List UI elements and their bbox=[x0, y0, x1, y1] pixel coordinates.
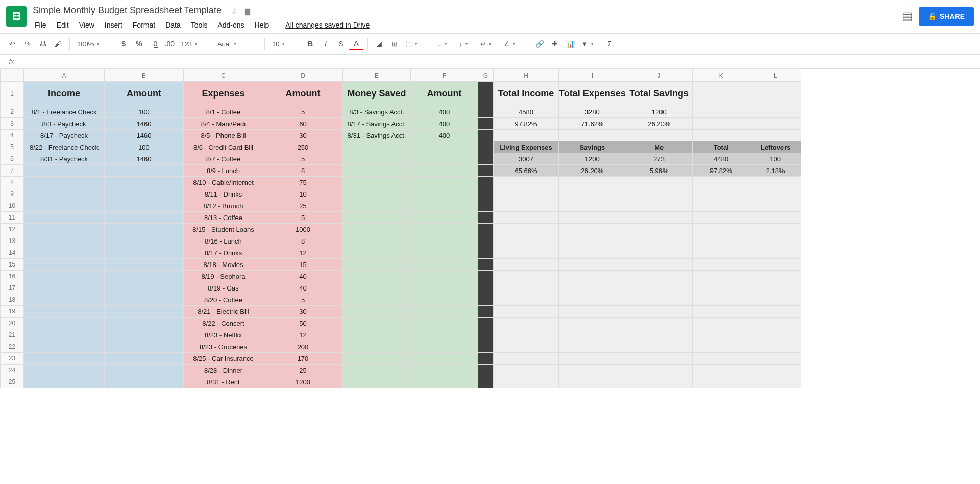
cell-G10[interactable] bbox=[478, 200, 494, 212]
cell-K6[interactable]: 4480 bbox=[692, 153, 750, 165]
cell-L12[interactable] bbox=[750, 224, 801, 235]
cell-B17[interactable] bbox=[105, 282, 184, 294]
cell-K11[interactable] bbox=[692, 212, 750, 224]
cell-L17[interactable] bbox=[750, 282, 801, 294]
row-header-17[interactable]: 17 bbox=[1, 282, 24, 294]
cell-I21[interactable] bbox=[559, 329, 626, 341]
cell-H18[interactable] bbox=[494, 294, 559, 306]
cell-C6[interactable]: 8/7 - Coffee bbox=[184, 153, 263, 165]
cell-I3[interactable]: 71.62% bbox=[559, 118, 626, 130]
cell-L14[interactable] bbox=[750, 247, 801, 259]
cell-G13[interactable] bbox=[478, 235, 494, 247]
cell-E8[interactable] bbox=[343, 177, 411, 188]
cell-E18[interactable] bbox=[343, 294, 411, 306]
cell-F8[interactable] bbox=[411, 177, 478, 188]
cell-A24[interactable] bbox=[24, 365, 105, 376]
col-header-A[interactable]: A bbox=[24, 69, 105, 82]
cell-J15[interactable] bbox=[626, 259, 692, 271]
cell-K24[interactable] bbox=[692, 365, 750, 376]
cell-F1[interactable]: Amount bbox=[411, 82, 478, 106]
cell-F18[interactable] bbox=[411, 294, 478, 306]
cell-G14[interactable] bbox=[478, 247, 494, 259]
cell-A21[interactable] bbox=[24, 329, 105, 341]
cell-J21[interactable] bbox=[626, 329, 692, 341]
cell-L19[interactable] bbox=[750, 306, 801, 318]
cell-G12[interactable] bbox=[478, 224, 494, 235]
cell-F5[interactable] bbox=[411, 141, 478, 153]
text-color-button[interactable]: A bbox=[349, 38, 363, 50]
cell-F25[interactable] bbox=[411, 376, 478, 388]
col-header-D[interactable]: D bbox=[263, 69, 343, 82]
cell-A7[interactable] bbox=[24, 165, 105, 177]
row-header-3[interactable]: 3 bbox=[1, 118, 24, 130]
strike-button[interactable]: S bbox=[334, 37, 348, 51]
cell-C8[interactable]: 8/10 - Cable/Internet bbox=[184, 177, 263, 188]
cell-B6[interactable]: 1460 bbox=[105, 153, 184, 165]
cell-J11[interactable] bbox=[626, 212, 692, 224]
cell-C23[interactable]: 8/25 - Car Insurance bbox=[184, 353, 263, 365]
cell-C25[interactable]: 8/31 - Rent bbox=[184, 376, 263, 388]
cell-A3[interactable]: 8/3 - Paycheck bbox=[24, 118, 105, 130]
cell-K14[interactable] bbox=[692, 247, 750, 259]
row-header-8[interactable]: 8 bbox=[1, 177, 24, 188]
cell-D21[interactable]: 12 bbox=[263, 329, 343, 341]
row-header-11[interactable]: 11 bbox=[1, 212, 24, 224]
row-header-9[interactable]: 9 bbox=[1, 188, 24, 200]
row-header-2[interactable]: 2 bbox=[1, 106, 24, 118]
cell-A2[interactable]: 8/1 - Freelance Check bbox=[24, 106, 105, 118]
cell-B11[interactable] bbox=[105, 212, 184, 224]
cell-J12[interactable] bbox=[626, 224, 692, 235]
cell-F15[interactable] bbox=[411, 259, 478, 271]
row-header-18[interactable]: 18 bbox=[1, 294, 24, 306]
cell-I2[interactable]: 3280 bbox=[559, 106, 626, 118]
font-size-select[interactable]: 10 bbox=[269, 37, 295, 51]
cell-I25[interactable] bbox=[559, 376, 626, 388]
cell-G23[interactable] bbox=[478, 353, 494, 365]
cell-B10[interactable] bbox=[105, 200, 184, 212]
decrease-decimal-button[interactable]: .0̲ bbox=[147, 37, 161, 51]
cell-C21[interactable]: 8/23 - Netflix bbox=[184, 329, 263, 341]
menu-add-ons[interactable]: Add-ons bbox=[213, 19, 248, 31]
menu-format[interactable]: Format bbox=[129, 19, 159, 31]
cell-K21[interactable] bbox=[692, 329, 750, 341]
cell-B1[interactable]: Amount bbox=[105, 82, 184, 106]
col-header-I[interactable]: I bbox=[559, 69, 626, 82]
cell-E1[interactable]: Money Saved bbox=[343, 82, 411, 106]
col-header-E[interactable]: E bbox=[343, 69, 411, 82]
menu-view[interactable]: View bbox=[75, 19, 99, 31]
cell-D2[interactable]: 5 bbox=[263, 106, 343, 118]
cell-G25[interactable] bbox=[478, 376, 494, 388]
cell-L23[interactable] bbox=[750, 353, 801, 365]
borders-button[interactable]: ⊞ bbox=[387, 37, 402, 51]
cell-I17[interactable] bbox=[559, 282, 626, 294]
rotate-button[interactable]: ∠ bbox=[501, 37, 524, 51]
cell-G22[interactable] bbox=[478, 341, 494, 353]
cell-E14[interactable] bbox=[343, 247, 411, 259]
cell-E11[interactable] bbox=[343, 212, 411, 224]
cell-G9[interactable] bbox=[478, 188, 494, 200]
cell-E17[interactable] bbox=[343, 282, 411, 294]
cell-D13[interactable]: 8 bbox=[263, 235, 343, 247]
cell-I13[interactable] bbox=[559, 235, 626, 247]
cell-A23[interactable] bbox=[24, 353, 105, 365]
cell-I5[interactable]: Savings bbox=[559, 141, 626, 153]
cell-J24[interactable] bbox=[626, 365, 692, 376]
cell-A25[interactable] bbox=[24, 376, 105, 388]
cell-K9[interactable] bbox=[692, 188, 750, 200]
cell-G4[interactable] bbox=[478, 130, 494, 141]
cell-I14[interactable] bbox=[559, 247, 626, 259]
cell-B2[interactable]: 100 bbox=[105, 106, 184, 118]
cell-D16[interactable]: 40 bbox=[263, 271, 343, 282]
col-header-J[interactable]: J bbox=[626, 69, 692, 82]
col-header-F[interactable]: F bbox=[411, 69, 478, 82]
cell-K15[interactable] bbox=[692, 259, 750, 271]
cell-G15[interactable] bbox=[478, 259, 494, 271]
cell-H20[interactable] bbox=[494, 318, 559, 329]
cell-K22[interactable] bbox=[692, 341, 750, 353]
cell-G1[interactable] bbox=[478, 82, 494, 106]
row-header-4[interactable]: 4 bbox=[1, 130, 24, 141]
cell-I9[interactable] bbox=[559, 188, 626, 200]
cell-D18[interactable]: 5 bbox=[263, 294, 343, 306]
cell-E2[interactable]: 8/3 - Savings Acct. bbox=[343, 106, 411, 118]
currency-button[interactable]: $ bbox=[116, 37, 131, 51]
